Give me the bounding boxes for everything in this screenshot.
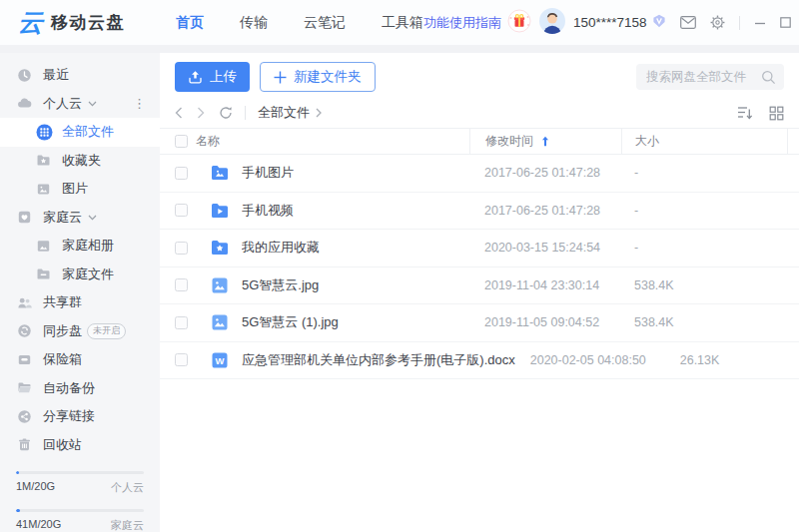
file-size: 26.13K <box>667 353 799 367</box>
tab-toolbox[interactable]: 工具箱 <box>382 14 423 32</box>
open-folder-icon <box>17 380 32 395</box>
table-row[interactable]: 我的应用收藏 2020-03-15 15:24:54 - <box>160 230 799 267</box>
search-input[interactable] <box>646 70 761 84</box>
sidebar-item-safe-box[interactable]: 保险箱 <box>0 345 160 374</box>
app-window: 云 移动云盘 首页 传输 云笔记 工具箱 功能使用指南 <box>0 0 799 532</box>
row-checkbox[interactable] <box>175 167 188 180</box>
back-icon[interactable] <box>175 107 183 119</box>
table-row[interactable]: 5G智慧云 (1).jpg 2019-11-05 09:04:52 538.4K <box>160 304 799 342</box>
new-folder-button[interactable]: 新建文件夹 <box>260 62 376 92</box>
sidebar-item-label: 家庭云 <box>43 209 82 227</box>
file-name[interactable]: 手机图片 <box>242 164 294 182</box>
main-content: 上传 新建文件夹 <box>160 53 799 532</box>
more-menu-icon[interactable]: ⋮ <box>133 96 160 111</box>
column-header-name[interactable]: 名称 <box>196 133 220 150</box>
folder-video-icon <box>210 201 230 221</box>
settings-gear-icon[interactable] <box>710 15 725 30</box>
sidebar-item-all-files[interactable]: 全部文件 <box>0 118 160 147</box>
titlebar: 云 移动云盘 首页 传输 云笔记 工具箱 功能使用指南 <box>0 0 799 45</box>
mail-icon[interactable] <box>680 16 696 29</box>
row-checkbox[interactable] <box>175 204 188 217</box>
file-size: - <box>621 166 788 180</box>
gift-icon[interactable] <box>507 9 531 37</box>
column-header-size[interactable]: 大小 <box>635 133 659 150</box>
breadcrumb[interactable]: 全部文件 <box>258 104 322 122</box>
image-file-icon <box>210 312 230 332</box>
sidebar-item-personal-cloud[interactable]: 个人云 ⋮ <box>0 90 160 119</box>
breadcrumb-bar: 全部文件 <box>160 98 799 128</box>
feature-guide-link[interactable]: 功能使用指南 <box>423 14 501 32</box>
chevron-down-icon <box>88 215 97 221</box>
sidebar-item-label: 最近 <box>43 66 69 84</box>
titlebar-separator <box>739 16 740 30</box>
personal-storage-usage: 1M/20G <box>16 480 55 495</box>
upload-label: 上传 <box>210 68 237 86</box>
column-header-modified[interactable]: 修改时间 <box>485 133 533 150</box>
table-row[interactable]: 手机图片 2017-06-25 01:47:28 - <box>160 155 799 193</box>
account-phone[interactable]: 150****7158 <box>573 15 647 30</box>
safe-box-icon <box>17 352 32 367</box>
sidebar-item-recycle-bin[interactable]: 回收站 <box>0 431 160 460</box>
sidebar-item-pictures[interactable]: 图片 <box>0 175 160 204</box>
sidebar-item-favorites[interactable]: 收藏夹 <box>0 147 160 176</box>
sync-icon <box>17 323 32 338</box>
sidebar-nav: 最近 个人云 ⋮ <box>0 53 160 459</box>
tab-notes[interactable]: 云笔记 <box>304 14 346 32</box>
refresh-icon[interactable] <box>219 106 233 120</box>
cloud-icon <box>17 96 32 111</box>
sidebar-item-label: 分享链接 <box>43 407 95 425</box>
file-name[interactable]: 我的应用收藏 <box>242 239 320 257</box>
vip-badge-icon[interactable] <box>652 14 666 32</box>
folder-image-icon <box>210 163 230 183</box>
select-all-checkbox[interactable] <box>175 135 188 148</box>
table-row[interactable]: 5G智慧云.jpg 2019-11-04 23:30:14 538.4K <box>160 267 799 305</box>
personal-storage-fill <box>16 471 19 474</box>
breadcrumb-current-label[interactable]: 全部文件 <box>258 104 310 122</box>
upload-button[interactable]: 上传 <box>175 62 250 92</box>
sidebar-item-family-cloud[interactable]: 家庭云 <box>0 204 160 233</box>
row-checkbox[interactable] <box>175 353 188 366</box>
tab-transfer[interactable]: 传输 <box>240 14 268 32</box>
file-name[interactable]: 手机视频 <box>242 202 294 220</box>
forward-icon[interactable] <box>197 107 205 119</box>
file-modified: 2017-06-25 01:47:28 <box>469 166 621 180</box>
sidebar-item-auto-backup[interactable]: 自动备份 <box>0 374 160 403</box>
row-checkbox[interactable] <box>175 242 188 255</box>
plus-icon <box>274 71 287 84</box>
file-size: - <box>621 204 788 218</box>
tab-home[interactable]: 首页 <box>176 14 204 32</box>
sidebar-item-family-files[interactable]: 家庭文件 <box>0 261 160 289</box>
image-icon <box>36 182 51 197</box>
file-name[interactable]: 应急管理部机关单位内部参考手册(电子版).docx <box>242 351 515 369</box>
table-row[interactable]: W 应急管理部机关单位内部参考手册(电子版).docx 2020-02-05 0… <box>160 342 799 380</box>
row-checkbox[interactable] <box>175 278 188 291</box>
table-row[interactable]: 手机视频 2017-06-25 01:47:28 - <box>160 193 799 231</box>
minimize-icon[interactable] <box>754 17 766 29</box>
user-avatar[interactable] <box>539 8 565 38</box>
sidebar-item-label: 个人云 <box>43 95 82 113</box>
sidebar-item-share-links[interactable]: 分享链接 <box>0 402 160 431</box>
folder-star-icon <box>36 153 51 168</box>
storage-section: 1M/20G 个人云 41M/20G 家庭云 <box>0 471 160 532</box>
file-name[interactable]: 5G智慧云.jpg <box>242 276 319 294</box>
app-title: 移动云盘 <box>51 11 125 34</box>
sidebar-item-family-album[interactable]: 家庭相册 <box>0 232 160 261</box>
sidebar-item-label: 家庭相册 <box>62 237 114 255</box>
sidebar-item-recent[interactable]: 最近 <box>0 61 160 90</box>
row-checkbox[interactable] <box>175 316 188 329</box>
sort-asc-icon[interactable] <box>541 136 549 147</box>
sidebar-item-label: 图片 <box>62 180 88 198</box>
sidebar-item-sync-disk[interactable]: 同步盘 未开启 <box>0 317 160 346</box>
search-icon[interactable] <box>761 70 776 85</box>
sidebar-item-shared-groups[interactable]: 共享群 <box>0 288 160 317</box>
grid-view-icon[interactable] <box>769 106 784 121</box>
sidebar-item-label: 自动备份 <box>43 379 95 397</box>
file-modified: 2019-11-04 23:30:14 <box>469 278 621 292</box>
svg-text:W: W <box>216 354 225 365</box>
file-name[interactable]: 5G智慧云 (1).jpg <box>242 313 339 331</box>
chevron-down-icon <box>88 101 97 107</box>
maximize-icon[interactable] <box>780 17 791 28</box>
sort-list-icon[interactable] <box>737 106 753 120</box>
search-box[interactable] <box>636 64 784 90</box>
sidebar-item-label: 保险箱 <box>43 350 82 368</box>
